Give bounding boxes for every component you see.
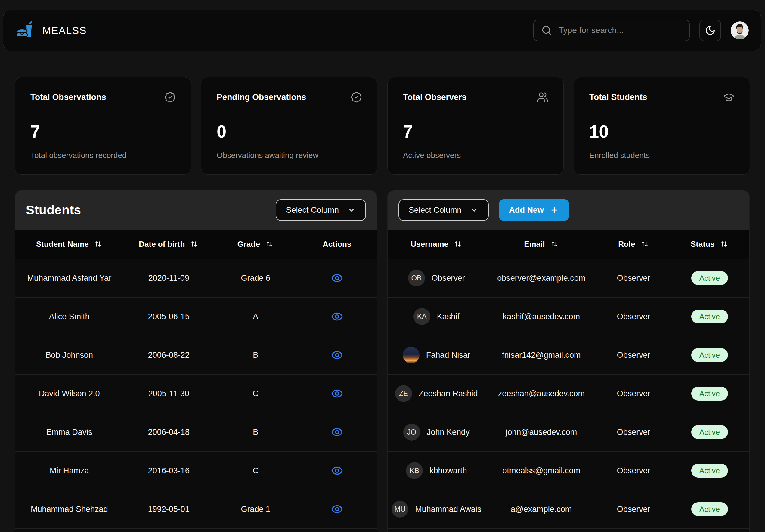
view-student-button[interactable]	[329, 501, 345, 517]
student-dob-cell: 2016-03-16	[124, 451, 214, 490]
observer-username-cell: JO John Kendy	[387, 413, 485, 451]
student-table-row: Emma Davis 2006-04-18 B	[15, 413, 377, 451]
add-new-button[interactable]: Add New	[499, 199, 569, 221]
add-new-label: Add New	[509, 206, 544, 215]
observer-table-row: MU Muhammad Awais a@example.com Observer…	[387, 490, 749, 528]
student-grade-cell: Grade 6	[214, 259, 297, 297]
sort-icon	[720, 240, 729, 249]
topbar-right-cluster	[533, 20, 749, 41]
status-badge: Active	[691, 387, 728, 400]
stat-value: 10	[589, 123, 735, 141]
view-student-button[interactable]	[329, 347, 345, 363]
column-header[interactable]: Email	[485, 230, 598, 259]
observer-role-cell: Observer	[597, 374, 670, 413]
observer-email-cell: fnisar142@gmail.com	[485, 336, 598, 374]
status-badge: Active	[691, 502, 728, 516]
column-label: Username	[410, 240, 448, 249]
student-table-row: Mir Hamza 2016-03-16 C	[15, 451, 377, 490]
eye-icon	[331, 349, 343, 361]
observer-username: Muhammad Awais	[415, 505, 481, 514]
observer-username: kbhowarth	[429, 466, 467, 475]
view-student-button[interactable]	[329, 386, 345, 401]
observer-status-cell: Active	[670, 490, 749, 528]
observer-username: Fahad Nisar	[426, 350, 470, 360]
moon-icon	[705, 25, 716, 36]
student-dob-cell: 2005-06-15	[124, 297, 214, 336]
plus-icon	[550, 206, 559, 215]
stat-card: Total Students 10 Enrolled students	[574, 77, 750, 175]
column-label: Email	[524, 240, 545, 249]
select-column-label: Select Column	[286, 206, 339, 215]
student-actions-cell	[297, 451, 377, 490]
view-student-button[interactable]	[329, 463, 345, 478]
theme-toggle-button[interactable]	[699, 20, 721, 41]
column-header[interactable]: Grade	[214, 230, 297, 259]
stat-value: 0	[217, 123, 362, 141]
stat-title: Total Observations	[30, 92, 106, 102]
observer-role-cell: Observer	[597, 259, 670, 297]
observer-role-cell: Observer	[597, 413, 670, 451]
student-grade-cell: Grade 1	[214, 490, 297, 528]
observer-avatar: ZE	[395, 385, 412, 402]
column-header[interactable]: Student Name	[15, 230, 124, 259]
view-student-button[interactable]	[329, 424, 345, 440]
topbar: MEALSS	[3, 10, 761, 51]
column-label: Role	[618, 240, 635, 249]
student-dob-cell: 2005-11-30	[124, 374, 214, 413]
observer-username-cell: Fahad Nisar	[387, 336, 485, 374]
view-student-button[interactable]	[329, 309, 345, 324]
student-table-row: Bob Johnson 2006-08-22 B	[15, 336, 377, 374]
observers-panel: Select Column Add New Username Email	[387, 190, 750, 532]
student-actions-cell	[297, 297, 377, 336]
users-icon	[537, 92, 548, 103]
stat-card: Total Observations 7 Total observations …	[15, 77, 191, 175]
observer-role-cell: Observer	[597, 490, 670, 528]
student-actions-cell	[297, 374, 377, 413]
status-badge: Active	[691, 425, 728, 439]
student-dob-cell: 2006-04-18	[124, 413, 214, 451]
observer-avatar: OB	[408, 269, 425, 286]
status-badge: Active	[691, 271, 728, 285]
observer-username: Observer	[431, 273, 465, 283]
select-column-button[interactable]: Select Column	[276, 199, 366, 221]
students-panel-header: Students Select Column	[15, 191, 377, 230]
observer-avatar: MU	[391, 501, 408, 518]
select-column-label: Select Column	[409, 206, 462, 215]
observer-email-cell: observer@example.com	[485, 259, 598, 297]
status-badge: Active	[691, 348, 728, 362]
observer-username: Zeeshan Rashid	[418, 389, 478, 398]
observer-username-cell: KB kbhowarth	[387, 451, 485, 490]
graduation-cap-icon	[723, 92, 735, 103]
observers-panel-header: Select Column Add New	[387, 191, 749, 230]
observer-email-cell: john@ausedev.com	[485, 413, 598, 451]
view-student-button[interactable]	[329, 270, 345, 286]
column-label: Date of birth	[139, 240, 185, 249]
student-actions-cell	[297, 490, 377, 528]
column-header[interactable]: Date of birth	[124, 230, 214, 259]
observer-avatar: KA	[413, 308, 430, 325]
avatar-initials: OB	[411, 274, 421, 282]
column-label: Actions	[323, 240, 351, 249]
student-grade-cell: C	[214, 374, 297, 413]
user-avatar[interactable]	[731, 21, 749, 39]
column-label: Grade	[238, 240, 260, 249]
search-input[interactable]	[558, 25, 682, 36]
sort-icon	[190, 240, 199, 249]
column-header[interactable]: Username	[387, 230, 485, 259]
stat-subtitle: Total observations recorded	[30, 151, 176, 160]
student-dob-cell: 2006-08-22	[124, 336, 214, 374]
stat-subtitle: Active observers	[403, 151, 548, 160]
student-name-cell: Mir Hamza	[15, 451, 124, 490]
sort-icon	[453, 240, 462, 249]
search-box	[533, 20, 690, 41]
eye-icon	[331, 503, 343, 515]
select-column-button[interactable]: Select Column	[398, 199, 489, 221]
column-header[interactable]: Role	[597, 230, 670, 259]
sort-icon	[640, 240, 649, 249]
fastfood-logo-icon	[15, 20, 35, 40]
observer-table-row: KB kbhowarth otmealss@gmail.com Observer…	[387, 451, 749, 490]
observers-table: Username Email Role Status OB Observer	[387, 230, 749, 529]
column-header[interactable]: Status	[670, 230, 749, 259]
observer-avatar: KB	[406, 462, 423, 479]
column-header[interactable]: Actions	[297, 230, 377, 259]
